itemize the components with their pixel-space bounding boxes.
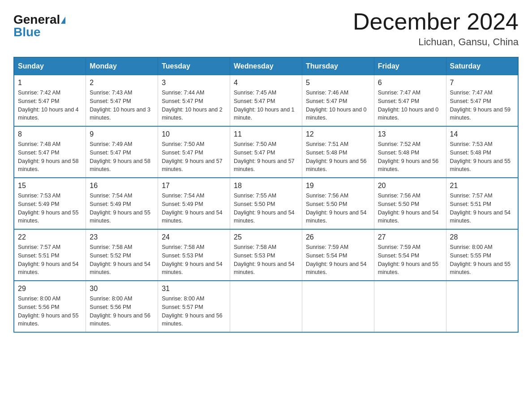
- sunrise-label: Sunrise: 7:59 AM: [306, 244, 348, 250]
- sunset-label: Sunset: 5:56 PM: [90, 304, 131, 310]
- calendar-cell: 28 Sunrise: 8:00 AM Sunset: 5:55 PM Dayl…: [446, 229, 518, 281]
- sunset-label: Sunset: 5:57 PM: [162, 304, 203, 310]
- day-info: Sunrise: 7:45 AM Sunset: 5:47 PM Dayligh…: [234, 89, 298, 122]
- daylight-label: Daylight: 9 hours and 57 minutes.: [162, 158, 223, 173]
- sunset-label: Sunset: 5:51 PM: [18, 253, 59, 259]
- daylight-label: Daylight: 9 hours and 54 minutes.: [450, 210, 511, 224]
- sunrise-label: Sunrise: 8:00 AM: [18, 295, 60, 302]
- sunrise-label: Sunrise: 7:54 AM: [162, 193, 204, 199]
- day-number: 15: [18, 182, 82, 190]
- daylight-label: Daylight: 9 hours and 54 minutes.: [90, 261, 150, 276]
- sunrise-label: Sunrise: 7:53 AM: [450, 141, 493, 147]
- sunrise-label: Sunrise: 7:57 AM: [18, 244, 60, 250]
- daylight-label: Daylight: 10 hours and 2 minutes.: [162, 107, 223, 121]
- sunset-label: Sunset: 5:47 PM: [234, 150, 275, 156]
- day-info: Sunrise: 7:53 AM Sunset: 5:48 PM Dayligh…: [450, 140, 514, 174]
- sunset-label: Sunset: 5:49 PM: [162, 201, 203, 207]
- day-number: 10: [162, 130, 226, 138]
- sunrise-label: Sunrise: 7:56 AM: [306, 193, 348, 199]
- calendar-table: Sunday Monday Tuesday Wednesday Thursday…: [13, 57, 519, 333]
- sunrise-label: Sunrise: 7:47 AM: [450, 90, 493, 96]
- sunrise-label: Sunrise: 7:47 AM: [378, 90, 420, 96]
- sunrise-label: Sunrise: 7:55 AM: [234, 193, 276, 199]
- day-number: 14: [450, 130, 514, 138]
- day-number: 3: [162, 79, 226, 87]
- day-info: Sunrise: 7:54 AM Sunset: 5:49 PM Dayligh…: [162, 192, 226, 225]
- day-number: 17: [162, 182, 226, 190]
- daylight-label: Daylight: 9 hours and 58 minutes.: [90, 158, 150, 173]
- sunrise-label: Sunrise: 7:42 AM: [18, 90, 60, 96]
- daylight-label: Daylight: 9 hours and 56 minutes.: [378, 158, 439, 173]
- sunset-label: Sunset: 5:47 PM: [162, 98, 203, 104]
- day-number: 24: [162, 233, 226, 241]
- daylight-label: Daylight: 9 hours and 55 minutes.: [18, 313, 79, 327]
- daylight-label: Daylight: 9 hours and 55 minutes.: [450, 158, 511, 173]
- sunset-label: Sunset: 5:53 PM: [162, 253, 203, 259]
- logo-triangle-icon: [61, 17, 65, 24]
- day-info: Sunrise: 7:59 AM Sunset: 5:54 PM Dayligh…: [306, 243, 370, 277]
- calendar-cell: 13 Sunrise: 7:52 AM Sunset: 5:48 PM Dayl…: [374, 126, 446, 178]
- daylight-label: Daylight: 10 hours and 0 minutes.: [306, 107, 367, 121]
- day-info: Sunrise: 7:50 AM Sunset: 5:47 PM Dayligh…: [234, 140, 298, 174]
- calendar-cell: 24 Sunrise: 7:58 AM Sunset: 5:53 PM Dayl…: [158, 229, 230, 281]
- header-sunday: Sunday: [14, 57, 86, 75]
- day-info: Sunrise: 8:00 AM Sunset: 5:55 PM Dayligh…: [450, 243, 514, 277]
- day-info: Sunrise: 7:58 AM Sunset: 5:53 PM Dayligh…: [234, 243, 298, 277]
- day-number: 13: [378, 130, 442, 138]
- calendar-cell: 14 Sunrise: 7:53 AM Sunset: 5:48 PM Dayl…: [446, 126, 518, 178]
- day-number: 29: [18, 285, 82, 293]
- daylight-label: Daylight: 9 hours and 55 minutes.: [18, 210, 79, 224]
- sunset-label: Sunset: 5:56 PM: [18, 304, 59, 310]
- sunset-label: Sunset: 5:48 PM: [306, 150, 347, 156]
- sunrise-label: Sunrise: 7:48 AM: [18, 141, 60, 147]
- sunrise-label: Sunrise: 7:45 AM: [234, 90, 276, 96]
- calendar-cell: 10 Sunrise: 7:50 AM Sunset: 5:47 PM Dayl…: [158, 126, 230, 178]
- day-info: Sunrise: 7:57 AM Sunset: 5:51 PM Dayligh…: [450, 192, 514, 225]
- calendar-cell: 8 Sunrise: 7:48 AM Sunset: 5:47 PM Dayli…: [14, 126, 86, 178]
- sunset-label: Sunset: 5:47 PM: [90, 98, 131, 104]
- daylight-label: Daylight: 9 hours and 56 minutes.: [90, 313, 150, 327]
- header-tuesday: Tuesday: [158, 57, 230, 75]
- sunrise-label: Sunrise: 7:54 AM: [90, 193, 132, 199]
- sunset-label: Sunset: 5:54 PM: [378, 253, 419, 259]
- calendar-cell: 5 Sunrise: 7:46 AM Sunset: 5:47 PM Dayli…: [302, 75, 374, 127]
- calendar-cell: 22 Sunrise: 7:57 AM Sunset: 5:51 PM Dayl…: [14, 229, 86, 281]
- day-number: 27: [378, 233, 442, 241]
- page-header: General Blue December 2024 Lichuan, Gans…: [13, 9, 519, 48]
- day-info: Sunrise: 7:48 AM Sunset: 5:47 PM Dayligh…: [18, 140, 82, 174]
- daylight-label: Daylight: 9 hours and 55 minutes.: [450, 261, 511, 276]
- calendar-cell: [302, 281, 374, 332]
- sunset-label: Sunset: 5:50 PM: [234, 201, 275, 207]
- daylight-label: Daylight: 9 hours and 56 minutes.: [306, 158, 367, 173]
- calendar-cell: 20 Sunrise: 7:56 AM Sunset: 5:50 PM Dayl…: [374, 178, 446, 229]
- sunrise-label: Sunrise: 7:56 AM: [378, 193, 420, 199]
- sunset-label: Sunset: 5:47 PM: [18, 150, 59, 156]
- daylight-label: Daylight: 9 hours and 58 minutes.: [18, 158, 79, 173]
- calendar-cell: 9 Sunrise: 7:49 AM Sunset: 5:47 PM Dayli…: [86, 126, 158, 178]
- day-number: 22: [18, 233, 82, 241]
- day-info: Sunrise: 7:56 AM Sunset: 5:50 PM Dayligh…: [378, 192, 442, 225]
- sunrise-label: Sunrise: 7:49 AM: [90, 141, 132, 147]
- sunset-label: Sunset: 5:49 PM: [90, 201, 131, 207]
- sunset-label: Sunset: 5:47 PM: [450, 98, 491, 104]
- sunrise-label: Sunrise: 7:46 AM: [306, 90, 348, 96]
- calendar-cell: 21 Sunrise: 7:57 AM Sunset: 5:51 PM Dayl…: [446, 178, 518, 229]
- daylight-label: Daylight: 10 hours and 1 minute.: [234, 107, 295, 121]
- calendar-cell: 18 Sunrise: 7:55 AM Sunset: 5:50 PM Dayl…: [230, 178, 302, 229]
- day-info: Sunrise: 7:56 AM Sunset: 5:50 PM Dayligh…: [306, 192, 370, 225]
- sunset-label: Sunset: 5:47 PM: [90, 150, 131, 156]
- daylight-label: Daylight: 9 hours and 59 minutes.: [450, 107, 511, 121]
- daylight-label: Daylight: 9 hours and 54 minutes.: [306, 261, 367, 276]
- daylight-label: Daylight: 9 hours and 54 minutes.: [306, 210, 367, 224]
- day-info: Sunrise: 7:47 AM Sunset: 5:47 PM Dayligh…: [450, 89, 514, 122]
- sunrise-label: Sunrise: 8:00 AM: [450, 244, 493, 250]
- day-info: Sunrise: 7:51 AM Sunset: 5:48 PM Dayligh…: [306, 140, 370, 174]
- page-title: December 2024: [353, 9, 519, 34]
- title-block: December 2024 Lichuan, Gansu, China: [353, 9, 519, 48]
- daylight-label: Daylight: 10 hours and 3 minutes.: [90, 107, 150, 121]
- sunrise-label: Sunrise: 7:58 AM: [162, 244, 204, 250]
- sunset-label: Sunset: 5:48 PM: [450, 150, 491, 156]
- day-info: Sunrise: 7:43 AM Sunset: 5:47 PM Dayligh…: [90, 89, 154, 122]
- sunrise-label: Sunrise: 7:50 AM: [234, 141, 276, 147]
- daylight-label: Daylight: 10 hours and 0 minutes.: [378, 107, 439, 121]
